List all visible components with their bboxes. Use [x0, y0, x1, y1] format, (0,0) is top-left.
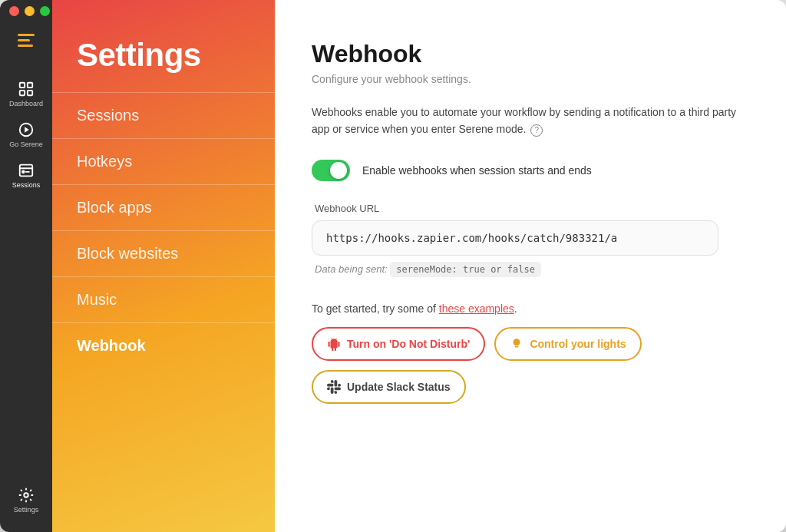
- hamburger-icon: [18, 34, 35, 47]
- help-icon[interactable]: ?: [530, 124, 543, 137]
- gear-icon: [18, 487, 35, 504]
- toggle-label: Enable webhooks when session starts and …: [362, 164, 592, 177]
- examples-section: To get started, try some of these exampl…: [312, 302, 749, 404]
- go-serene-label: Go Serene: [9, 140, 43, 148]
- svg-rect-1: [28, 83, 32, 88]
- toggle-row: Enable webhooks when session starts and …: [312, 160, 749, 181]
- nav-list: Sessions Hotkeys Block apps Block websit…: [52, 92, 275, 368]
- logo-area: [18, 21, 35, 62]
- webhook-url-input[interactable]: [312, 220, 718, 256]
- android-icon: [327, 337, 341, 351]
- sidebar-item-sessions[interactable]: Sessions: [0, 154, 52, 195]
- svg-rect-0: [20, 83, 25, 88]
- svg-point-10: [24, 493, 28, 497]
- slack-icon: [327, 380, 341, 394]
- webhook-url-section: Webhook URL Data being sent: sereneMode:…: [312, 203, 749, 275]
- sidebar-narrow: Dashboard Go Serene Sessions: [0, 0, 52, 532]
- svg-point-8: [22, 170, 25, 173]
- settings-label: Settings: [14, 506, 39, 514]
- maximize-button[interactable]: [40, 6, 50, 16]
- content-area: Webhook Configure your webhook settings.…: [275, 0, 786, 532]
- sidebar-item-settings[interactable]: Settings: [14, 479, 39, 520]
- svg-marker-5: [25, 127, 29, 132]
- minimize-button[interactable]: [25, 6, 35, 16]
- sidebar-main: Settings Sessions Hotkeys Block apps Blo…: [52, 0, 275, 532]
- examples-link[interactable]: these examples: [439, 302, 514, 315]
- dashboard-label: Dashboard: [9, 100, 43, 107]
- data-code: sereneMode: true or false: [390, 262, 541, 277]
- examples-text: To get started, try some of these exampl…: [312, 302, 749, 315]
- toggle-thumb: [330, 162, 347, 179]
- slack-label: Update Slack Status: [347, 381, 451, 393]
- sidebar-narrow-top: Dashboard Go Serene Sessions: [0, 73, 52, 195]
- page-subtitle: Configure your webhook settings.: [312, 73, 749, 85]
- close-button[interactable]: [9, 6, 19, 16]
- nav-item-hotkeys[interactable]: Hotkeys: [52, 138, 275, 184]
- nav-item-block-apps[interactable]: Block apps: [52, 184, 275, 230]
- nav-item-sessions[interactable]: Sessions: [52, 92, 275, 138]
- dashboard-icon: [18, 81, 35, 97]
- sessions-icon: [18, 162, 35, 179]
- lights-button[interactable]: Control your lights: [494, 327, 641, 361]
- svg-rect-3: [28, 91, 32, 95]
- settings-title: Settings: [52, 21, 275, 92]
- lights-label: Control your lights: [530, 338, 626, 350]
- dnd-button[interactable]: Turn on 'Do Not Disturb': [312, 327, 485, 361]
- nav-item-block-websites[interactable]: Block websites: [52, 230, 275, 276]
- webhook-url-label: Webhook URL: [312, 203, 749, 214]
- sidebar-item-go-serene[interactable]: Go Serene: [0, 114, 52, 154]
- data-being-sent: Data being sent: sereneMode: true or fal…: [312, 263, 749, 275]
- slack-button[interactable]: Update Slack Status: [312, 370, 466, 404]
- svg-rect-6: [20, 165, 33, 177]
- dnd-label: Turn on 'Do Not Disturb': [347, 338, 470, 350]
- svg-rect-2: [20, 91, 25, 95]
- examples-buttons: Turn on 'Do Not Disturb' Control your li…: [312, 327, 749, 404]
- webhook-toggle[interactable]: [312, 160, 350, 181]
- sessions-label: Sessions: [12, 181, 41, 189]
- nav-item-music[interactable]: Music: [52, 276, 275, 322]
- titlebar: [0, 0, 786, 21]
- nav-item-webhook[interactable]: Webhook: [52, 322, 275, 368]
- play-icon: [18, 121, 35, 138]
- page-title: Webhook: [312, 40, 749, 68]
- sidebar-item-dashboard[interactable]: Dashboard: [0, 73, 52, 114]
- sidebar-bottom: Settings: [14, 479, 39, 520]
- description-text: Webhooks enable you to automate your wor…: [312, 104, 749, 138]
- lightbulb-icon: [510, 337, 523, 351]
- app-window: Dashboard Go Serene Sessions: [0, 0, 786, 532]
